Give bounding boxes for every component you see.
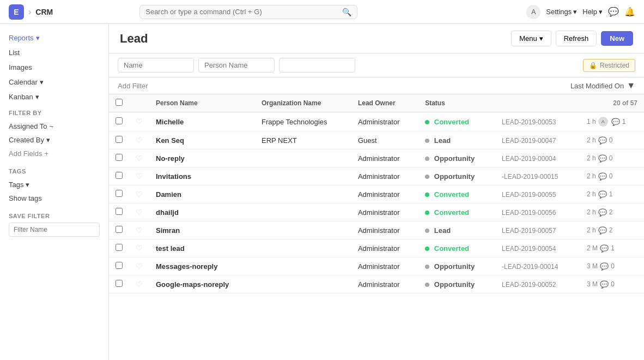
person-name-cell[interactable]: No-reply [149,149,255,167]
table-row[interactable]: ♡ Google-maps-noreply Administrator Oppo… [109,275,644,293]
favorite-cell[interactable]: ♡ [129,275,149,293]
heart-icon[interactable]: ♡ [136,208,143,217]
show-tags-link[interactable]: Show tags [9,191,100,205]
row-checkbox[interactable] [116,190,123,197]
assigned-to-filter[interactable]: Assigned To ~ [9,119,100,133]
person-name-cell[interactable]: Invitations [149,167,255,185]
status-text: Opportunity [434,280,475,289]
row-checkbox[interactable] [116,172,123,179]
row-checkbox-cell[interactable] [109,239,129,257]
favorite-cell[interactable]: ♡ [129,221,149,239]
row-checkbox-cell[interactable] [109,203,129,221]
person-name-cell[interactable]: Google-maps-noreply [149,275,255,293]
nav-module[interactable]: CRM [35,8,53,16]
favorite-cell[interactable]: ♡ [129,203,149,221]
row-checkbox[interactable] [116,226,123,233]
lead-id: LEAD-2019-00057 [502,227,556,235]
bell-icon[interactable]: 🔔 [624,7,635,17]
lead-id: LEAD-2019-00052 [502,281,556,289]
favorite-cell[interactable]: ♡ [129,239,149,257]
person-name-filter-input[interactable] [198,58,275,73]
person-name-cell[interactable]: Messages-noreply [149,257,255,275]
heart-icon[interactable]: ♡ [136,244,143,253]
table-row[interactable]: ♡ Michelle Frappe Technologies Administr… [109,112,644,131]
select-all-col[interactable] [109,94,129,112]
table-row[interactable]: ♡ test lead Administrator Converted LEAD… [109,239,644,257]
person-name-cell[interactable]: dhailjd [149,203,255,221]
new-button[interactable]: New [601,31,633,46]
search-input[interactable] [145,8,339,16]
row-checkbox-cell[interactable] [109,112,129,131]
sidebar-item-reports[interactable]: Reports ▾ [0,31,108,45]
table-row[interactable]: ♡ dhailjd Administrator Converted LEAD-2… [109,203,644,221]
favorite-cell[interactable]: ♡ [129,185,149,203]
chat-icon[interactable]: 💬 [608,7,619,17]
top-nav: E › CRM 🔍 A Settings ▾ Help ▾ 💬 🔔 [0,0,644,24]
row-checkbox-cell[interactable] [109,257,129,275]
person-name-cell[interactable]: Damien [149,185,255,203]
heart-icon[interactable]: ♡ [136,154,143,163]
name-filter-input[interactable] [118,58,194,73]
menu-button[interactable]: Menu ▾ [511,31,551,46]
table-row[interactable]: ♡ Messages-noreply Administrator Opportu… [109,257,644,275]
table-row[interactable]: ♡ Damien Administrator Converted LEAD-20… [109,185,644,203]
row-checkbox-cell[interactable] [109,185,129,203]
row-checkbox[interactable] [116,244,123,251]
row-checkbox[interactable] [116,280,123,287]
heart-icon[interactable]: ♡ [136,280,143,289]
last-modified-sort[interactable]: Last Modified On ▼ [570,81,635,91]
lead-id: -LEAD-2019-00014 [502,263,558,271]
favorite-cell[interactable]: ♡ [129,131,149,149]
table-row[interactable]: ♡ Invitations Administrator Opportunity … [109,167,644,185]
row-checkbox[interactable] [116,154,123,161]
extra-filter-input[interactable] [279,58,355,73]
row-checkbox[interactable] [116,208,123,215]
refresh-button[interactable]: Refresh [556,31,597,46]
person-name-cell[interactable]: Michelle [149,112,255,131]
person-name-cell[interactable]: test lead [149,239,255,257]
sort-down-icon[interactable]: ▼ [627,81,635,91]
help-button[interactable]: Help ▾ [582,8,603,16]
favorite-cell[interactable]: ♡ [129,149,149,167]
heart-icon[interactable]: ♡ [136,172,143,181]
heart-icon[interactable]: ♡ [136,117,143,126]
favorite-cell[interactable]: ♡ [129,257,149,275]
row-checkbox-cell[interactable] [109,221,129,239]
table-row[interactable]: ♡ No-reply Administrator Opportunity LEA… [109,149,644,167]
row-checkbox-cell[interactable] [109,149,129,167]
table-row[interactable]: ♡ Simran Administrator Lead LEAD-2019-00… [109,221,644,239]
row-checkbox-cell[interactable] [109,167,129,185]
created-by-filter[interactable]: Created By ▾ [9,133,100,147]
page-header: Lead Menu ▾ Refresh New [109,24,644,53]
tags-filter[interactable]: Tags ▾ [9,178,100,191]
add-fields-button[interactable]: Add Fields + [9,147,100,160]
row-checkbox-cell[interactable] [109,275,129,293]
heart-icon[interactable]: ♡ [136,262,143,271]
lead-owner-cell: Guest [351,131,418,149]
filter-name-input[interactable] [9,223,100,237]
table-row[interactable]: ♡ Ken Seq ERP NEXT Guest Lead LEAD-2019-… [109,131,644,149]
table-container: Person Name Organization Name Lead Owner… [109,94,644,360]
sidebar-item-images[interactable]: Images [0,60,108,75]
favorite-cell[interactable]: ♡ [129,112,149,131]
org-name-cell [255,239,351,257]
select-all-checkbox[interactable] [116,99,123,106]
sidebar-item-list[interactable]: List [0,45,108,60]
person-name-cell[interactable]: Simran [149,221,255,239]
heart-icon[interactable]: ♡ [136,226,143,235]
settings-button[interactable]: Settings ▾ [546,8,577,16]
add-filter-button[interactable]: Add Filter [118,82,148,90]
sidebar-item-kanban[interactable]: Kanban ▾ [0,89,108,104]
search-icon: 🔍 [342,8,351,16]
lead-owner-cell: Administrator [351,221,418,239]
favorite-cell[interactable]: ♡ [129,167,149,185]
heart-icon[interactable]: ♡ [136,136,143,145]
row-checkbox[interactable] [116,117,123,124]
person-name-cell[interactable]: Ken Seq [149,131,255,149]
heart-icon[interactable]: ♡ [136,190,143,199]
row-checkbox[interactable] [116,136,123,143]
sidebar-item-calendar[interactable]: Calendar ▾ [0,75,108,89]
search-bar[interactable]: 🔍 [139,5,357,19]
row-checkbox[interactable] [116,262,123,269]
row-checkbox-cell[interactable] [109,131,129,149]
